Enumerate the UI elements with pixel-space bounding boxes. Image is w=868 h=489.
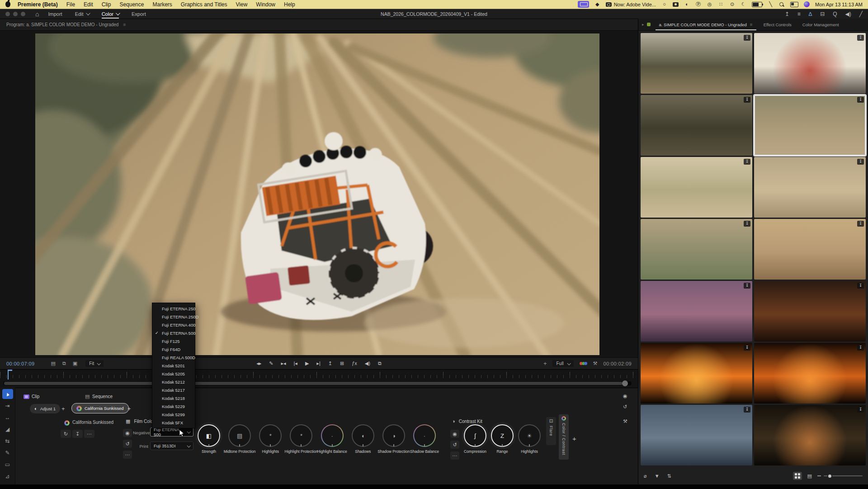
woman-blue-dusk-thumb[interactable]: ↧: [641, 405, 752, 465]
go-to-in-icon[interactable]: ◂▸: [256, 361, 261, 366]
panel-menu-icon[interactable]: ≡: [123, 22, 126, 27]
woman-dusk-thumb[interactable]: ↧: [641, 281, 752, 342]
menu-item[interactable]: Sequence: [119, 1, 144, 8]
panel-wrench-icon[interactable]: ⚒: [623, 419, 627, 424]
film-stock-option[interactable]: ✓ Fuji F125: [152, 337, 195, 345]
share-icon[interactable]: ↥: [785, 11, 789, 17]
menu-item[interactable]: View: [236, 1, 248, 8]
sequence-preset-pill[interactable]: California Sunkissed: [71, 403, 129, 413]
film-stock-option[interactable]: ✓ Kodak 5205: [152, 370, 195, 378]
ripple-edit-tool[interactable]: ↔: [2, 413, 13, 423]
dice-icon[interactable]: ∷: [718, 1, 724, 8]
shadow-balance-wheel[interactable]: · Shadow Balance: [409, 424, 440, 454]
highlights-wheel[interactable]: * Highlights: [255, 424, 286, 454]
zoom-window-button[interactable]: [21, 12, 25, 16]
film-stock-option[interactable]: ✓ Kodak 5218: [152, 394, 195, 402]
negative-dropdown[interactable]: Fuji ETERNA 500: [150, 427, 193, 437]
quick-help-icon[interactable]: Q: [833, 11, 837, 17]
panel-reset-icon[interactable]: ↺: [623, 404, 627, 409]
strength-wheel[interactable]: ◧ Strength: [193, 424, 224, 454]
pen-tool[interactable]: ✎: [2, 448, 13, 458]
settings-grid-icon[interactable]: ⊞: [340, 361, 344, 366]
panel-menu-icon[interactable]: ≡: [750, 22, 753, 27]
screen-mirroring-icon[interactable]: [578, 1, 589, 8]
timeline-ruler[interactable]: [0, 371, 638, 378]
midtone-protection-wheel[interactable]: ▤ Midtone Protection: [224, 424, 255, 454]
add-button[interactable]: +: [543, 361, 547, 366]
overlay-icon[interactable]: ⧉: [62, 361, 66, 366]
shadow-protection-wheel[interactable]: ◑ Shadow Protection: [378, 424, 409, 454]
menu-item[interactable]: Graphics and Titles: [181, 1, 227, 8]
film-stock-option[interactable]: ✓ Fuji REALA 500D: [152, 353, 195, 361]
zoom-fit-dropdown[interactable]: Fit: [85, 360, 104, 367]
playhead[interactable]: [8, 370, 9, 380]
current-timecode[interactable]: 00:00:07:09: [6, 361, 35, 366]
save-preset-button[interactable]: ↧: [72, 430, 83, 438]
pen-slash-icon[interactable]: ╲: [768, 1, 774, 8]
hide-media-icon[interactable]: ⌀: [644, 473, 647, 479]
highlight-protection-wheel[interactable]: * Highlight Protection: [286, 424, 316, 454]
film-stock-option[interactable]: ✓ Kodak 5217: [152, 386, 195, 394]
desert-hills-thumb[interactable]: ↧: [641, 157, 752, 218]
siri-icon[interactable]: [804, 1, 810, 7]
plugin-icon[interactable]: ◆: [594, 1, 600, 8]
camera-icon[interactable]: [673, 2, 679, 7]
settings-icon[interactable]: ▤: [51, 361, 56, 366]
valley-road-thumb[interactable]: ↧: [641, 95, 752, 156]
audio-icon[interactable]: ◀): [365, 361, 370, 366]
panel-tab[interactable]: Color Management ≡: [797, 19, 844, 30]
list-view-button[interactable]: ▤: [807, 473, 812, 479]
car-wheel-closeup-thumb[interactable]: ↧: [754, 33, 866, 94]
wrench-icon[interactable]: ⚒: [593, 361, 598, 366]
fx-icon[interactable]: ƒx: [352, 361, 357, 366]
mountain-road-thumb[interactable]: ↧: [641, 33, 752, 94]
safe-margins-icon[interactable]: ▣: [73, 361, 77, 366]
film-color-more-button[interactable]: ⋯: [123, 451, 132, 459]
workspace-tab[interactable]: Export: [132, 9, 146, 19]
shadows-wheel[interactable]: ◖ Shadows: [348, 424, 378, 454]
menu-item[interactable]: Premiere (Beta): [18, 1, 58, 8]
menu-item[interactable]: Window: [256, 1, 275, 8]
timeline-scrollbar[interactable]: [3, 381, 632, 385]
clip-tab[interactable]: Clip: [32, 394, 39, 399]
track-select-tool[interactable]: ⇥: [2, 401, 13, 411]
marker-icon[interactable]: ✎: [269, 361, 273, 366]
now-playing[interactable]: Now: Adobe Vide...: [606, 2, 656, 7]
go-to-out-icon[interactable]: ▸◂: [281, 361, 286, 366]
compare-view-icon[interactable]: ⧉: [378, 361, 382, 366]
contrast-kit-reset-button[interactable]: ↺: [450, 441, 459, 449]
dusty-car-thumb[interactable]: ↧: [754, 157, 866, 218]
film-stock-option[interactable]: ✓ Kodak 5299: [152, 410, 195, 418]
razor-tool[interactable]: ◢: [2, 424, 13, 434]
display-mode-icon[interactable]: ◐: [684, 1, 690, 8]
panel-tab[interactable]: Effect Controls ≡: [758, 19, 797, 30]
campfire-closeup-thumb[interactable]: ↧: [641, 343, 752, 404]
focus-moon-icon[interactable]: ☾: [741, 1, 746, 8]
film-stock-option[interactable]: ✓ Fuji ETERNA 250: [152, 304, 195, 313]
film-stock-option[interactable]: ✓ Kodak 5FX: [152, 418, 195, 427]
step-back-icon[interactable]: |◂: [294, 361, 297, 366]
menubar-clock[interactable]: Mon Apr 13 11:13 AM: [815, 2, 863, 7]
color-contrast-tab[interactable]: Color / Contrast: [559, 414, 569, 460]
zoom-slider-knob[interactable]: [827, 474, 832, 479]
film-color-visibility-button[interactable]: ◉: [123, 429, 132, 437]
workspace-tab[interactable]: Import: [48, 9, 62, 19]
sort-icon[interactable]: ⇅: [667, 473, 671, 479]
program-video-frame[interactable]: [35, 33, 599, 355]
battery-icon[interactable]: [752, 2, 762, 7]
minimize-window-button[interactable]: [13, 12, 18, 16]
filter-icon[interactable]: ▼: [655, 473, 660, 479]
export-frame-icon[interactable]: ↥: [328, 361, 332, 366]
hand-tool[interactable]: ▭: [2, 460, 13, 470]
range-wheel[interactable]: Z Range: [489, 424, 515, 454]
adjust-layer-pill[interactable]: ◐ Adjust 1: [30, 404, 60, 413]
print-dropdown[interactable]: Fuji 3513DI: [150, 442, 193, 450]
selection-tool[interactable]: ▲: [2, 389, 13, 399]
grid-view-button[interactable]: [793, 472, 802, 480]
annotate-icon[interactable]: ╱: [859, 11, 863, 17]
film-color-reset-button[interactable]: ↺: [123, 440, 132, 448]
close-window-button[interactable]: [5, 12, 10, 16]
panel-caret-icon[interactable]: ▸: [642, 22, 644, 27]
ck-highlights-wheel[interactable]: ☀ Highlights: [516, 424, 542, 454]
ring-icon[interactable]: ○: [661, 1, 667, 8]
